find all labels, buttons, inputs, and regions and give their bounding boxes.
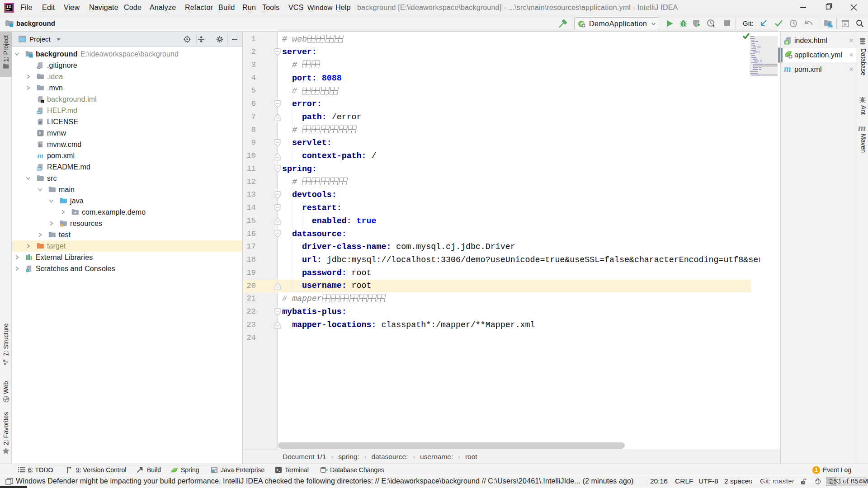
svg-text:MD: MD xyxy=(37,167,42,170)
svg-text:H: H xyxy=(785,40,788,45)
svg-text:MD: MD xyxy=(37,111,42,114)
svg-text:m: m xyxy=(38,152,43,160)
